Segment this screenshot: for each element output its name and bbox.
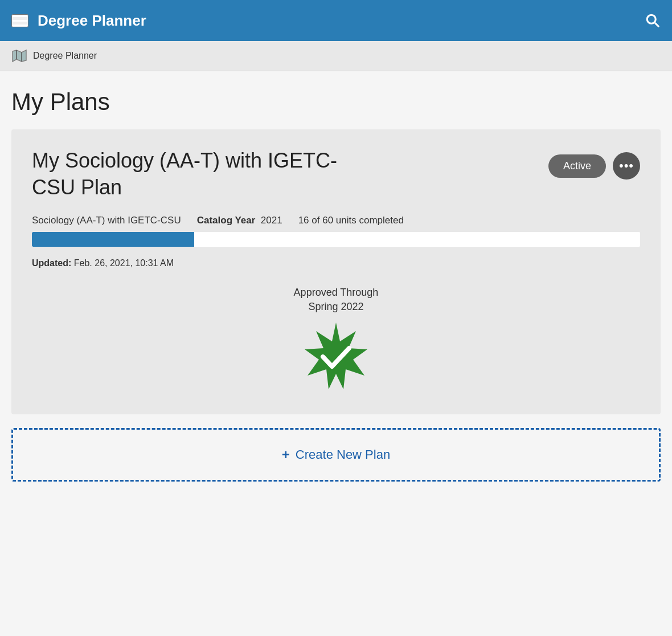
menu-button[interactable] <box>11 14 28 27</box>
approval-seal <box>299 320 373 394</box>
app-title: Degree Planner <box>38 12 146 30</box>
header-left: Degree Planner <box>11 12 146 30</box>
updated-info: Updated: Feb. 26, 2021, 10:31 AM <box>32 258 640 268</box>
svg-marker-0 <box>13 50 26 62</box>
plan-card: My Sociology (AA-T) with IGETC-CSU Plan … <box>11 129 661 414</box>
approved-through-line1: Approved Through <box>294 287 379 299</box>
create-new-plan-label: Create New Plan <box>296 447 390 462</box>
search-icon <box>644 11 661 28</box>
breadcrumb-text: Degree Planner <box>33 51 97 61</box>
create-new-plan-button[interactable]: + Create New Plan <box>11 428 661 482</box>
app-header: Degree Planner <box>0 0 672 41</box>
plan-card-header: My Sociology (AA-T) with IGETC-CSU Plan … <box>32 148 640 201</box>
updated-label: Updated: <box>32 258 71 268</box>
status-badge: Active <box>548 154 606 178</box>
page-title: My Plans <box>11 88 661 116</box>
main-content: My Plans My Sociology (AA-T) with IGETC-… <box>0 71 672 499</box>
more-options-button[interactable]: ••• <box>613 152 640 180</box>
seal-svg <box>299 320 373 394</box>
catalog-year-value: 2021 <box>261 215 282 226</box>
map-icon <box>11 49 27 63</box>
more-dots-icon: ••• <box>619 158 634 173</box>
progress-bar-container <box>32 232 640 247</box>
catalog-year-info: Catalog Year 2021 <box>197 215 282 226</box>
progress-bar-fill <box>32 232 194 247</box>
approved-through-line2: Spring 2022 <box>308 301 363 313</box>
plan-header-actions: Active ••• <box>548 152 640 180</box>
units-completed: 16 of 60 units completed <box>298 215 404 226</box>
catalog-year-label: Catalog Year <box>197 215 256 226</box>
plan-title: My Sociology (AA-T) with IGETC-CSU Plan <box>32 148 362 201</box>
search-button[interactable] <box>644 11 661 30</box>
approved-section: Approved Through Spring 2022 <box>32 287 640 394</box>
updated-date: Feb. 26, 2021, 10:31 AM <box>74 258 174 268</box>
svg-marker-3 <box>305 323 367 389</box>
plus-icon: + <box>282 447 290 463</box>
program-name: Sociology (AA-T) with IGETC-CSU <box>32 215 181 226</box>
breadcrumb: Degree Planner <box>0 41 672 71</box>
plan-meta: Sociology (AA-T) with IGETC-CSU Catalog … <box>32 215 640 226</box>
